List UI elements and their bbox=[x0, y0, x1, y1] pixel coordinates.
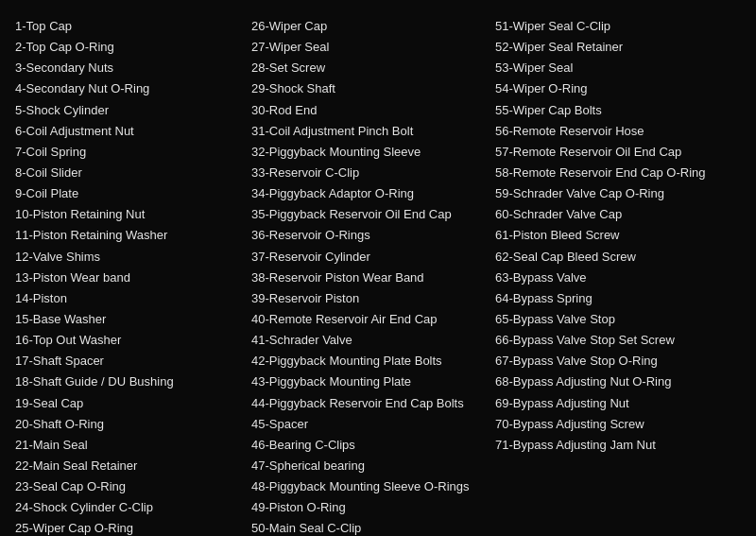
list-item: 52-Wiper Seal Retainer bbox=[495, 38, 756, 57]
list-item: 50-Main Seal C-Clip bbox=[251, 519, 495, 536]
list-item: 24-Shock Cylinder C-Clip bbox=[15, 498, 251, 517]
list-item: 10-Piston Retaining Nut bbox=[15, 205, 251, 224]
list-item: 27-Wiper Seal bbox=[251, 38, 495, 57]
list-item: 59-Schrader Valve Cap O-Ring bbox=[495, 184, 756, 203]
list-item: 40-Remote Reservoir Air End Cap bbox=[251, 310, 495, 329]
list-item: 29-Shock Shaft bbox=[251, 79, 495, 98]
list-item: 54-Wiper O-Ring bbox=[495, 79, 756, 98]
column-1: 1-Top Cap2-Top Cap O-Ring3-Secondary Nut… bbox=[15, 17, 251, 536]
list-item: 64-Bypass Spring bbox=[495, 289, 756, 308]
list-item: 13-Piston Wear band bbox=[15, 268, 251, 287]
list-item: 17-Shaft Spacer bbox=[15, 352, 251, 371]
list-item: 45-Spacer bbox=[251, 415, 495, 434]
list-item: 51-Wiper Seal C-Clip bbox=[495, 17, 756, 36]
list-item: 68-Bypass Adjusting Nut O-Ring bbox=[495, 372, 756, 391]
list-item: 36-Reservoir O-Rings bbox=[251, 226, 495, 245]
list-item: 34-Piggyback Adaptor O-Ring bbox=[251, 184, 495, 203]
list-item: 70-Bypass Adjusting Screw bbox=[495, 415, 756, 434]
list-item: 21-Main Seal bbox=[15, 436, 251, 455]
list-item: 48-Piggyback Mounting Sleeve O-Rings bbox=[251, 477, 495, 496]
list-item: 61-Piston Bleed Screw bbox=[495, 226, 756, 245]
list-item: 23-Seal Cap O-Ring bbox=[15, 477, 251, 496]
list-item: 3-Secondary Nuts bbox=[15, 59, 251, 78]
column-2: 26-Wiper Cap27-Wiper Seal28-Set Screw29-… bbox=[251, 17, 495, 536]
column-3: 51-Wiper Seal C-Clip52-Wiper Seal Retain… bbox=[495, 17, 756, 536]
list-item: 39-Reservoir Piston bbox=[251, 289, 495, 308]
list-item: 69-Bypass Adjusting Nut bbox=[495, 394, 756, 413]
list-item: 58-Remote Reservoir End Cap O-Ring bbox=[495, 164, 756, 182]
list-item: 8-Coil Slider bbox=[15, 164, 251, 182]
list-item: 63-Bypass Valve bbox=[495, 268, 756, 287]
list-item: 19-Seal Cap bbox=[15, 394, 251, 413]
list-item: 32-Piggyback Mounting Sleeve bbox=[251, 143, 495, 162]
list-item: 18-Shaft Guide / DU Bushing bbox=[15, 372, 251, 391]
list-item: 43-Piggyback Mounting Plate bbox=[251, 372, 495, 391]
list-item: 37-Reservoir Cylinder bbox=[251, 248, 495, 267]
list-item: 15-Base Washer bbox=[15, 310, 251, 329]
list-item: 26-Wiper Cap bbox=[251, 17, 495, 36]
list-item: 33-Reservoir C-Clip bbox=[251, 164, 495, 182]
list-item: 47-Spherical bearing bbox=[251, 457, 495, 475]
list-item: 53-Wiper Seal bbox=[495, 59, 756, 78]
list-item: 35-Piggyback Reservoir Oil End Cap bbox=[251, 205, 495, 224]
list-item: 4-Secondary Nut O-Ring bbox=[15, 79, 251, 98]
list-item: 16-Top Out Washer bbox=[15, 331, 251, 350]
list-item: 22-Main Seal Retainer bbox=[15, 457, 251, 475]
list-item: 6-Coil Adjustment Nut bbox=[15, 122, 251, 141]
list-item: 55-Wiper Cap Bolts bbox=[495, 101, 756, 120]
list-item: 1-Top Cap bbox=[15, 17, 251, 36]
list-item: 62-Seal Cap Bleed Screw bbox=[495, 248, 756, 267]
list-item: 41-Schrader Valve bbox=[251, 331, 495, 350]
parts-list: 1-Top Cap2-Top Cap O-Ring3-Secondary Nut… bbox=[15, 17, 741, 536]
list-item: 28-Set Screw bbox=[251, 59, 495, 78]
list-item: 71-Bypass Adjusting Jam Nut bbox=[495, 436, 756, 455]
list-item: 25-Wiper Cap O-Ring bbox=[15, 519, 251, 536]
list-item: 20-Shaft O-Ring bbox=[15, 415, 251, 434]
list-item: 49-Piston O-Ring bbox=[251, 498, 495, 517]
list-item: 46-Bearing C-Clips bbox=[251, 436, 495, 455]
list-item: 38-Reservoir Piston Wear Band bbox=[251, 268, 495, 287]
list-item: 42-Piggyback Mounting Plate Bolts bbox=[251, 352, 495, 371]
list-item: 56-Remote Reservoir Hose bbox=[495, 122, 756, 141]
list-item: 57-Remote Reservoir Oil End Cap bbox=[495, 143, 756, 162]
list-item: 14-Piston bbox=[15, 289, 251, 308]
list-item: 67-Bypass Valve Stop O-Ring bbox=[495, 352, 756, 371]
list-item: 12-Valve Shims bbox=[15, 248, 251, 267]
list-item: 2-Top Cap O-Ring bbox=[15, 38, 251, 57]
list-item: 30-Rod End bbox=[251, 101, 495, 120]
list-item: 65-Bypass Valve Stop bbox=[495, 310, 756, 329]
list-item: 11-Piston Retaining Washer bbox=[15, 226, 251, 245]
list-item: 31-Coil Adjustment Pinch Bolt bbox=[251, 122, 495, 141]
list-item: 44-Piggyback Reservoir End Cap Bolts bbox=[251, 394, 495, 413]
list-item: 7-Coil Spring bbox=[15, 143, 251, 162]
list-item: 60-Schrader Valve Cap bbox=[495, 205, 756, 224]
list-item: 9-Coil Plate bbox=[15, 184, 251, 203]
list-item: 5-Shock Cylinder bbox=[15, 101, 251, 120]
list-item: 66-Bypass Valve Stop Set Screw bbox=[495, 331, 756, 350]
